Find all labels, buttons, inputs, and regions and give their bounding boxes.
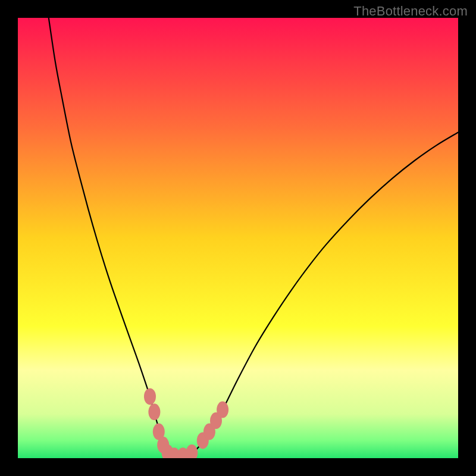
marker-point <box>148 403 160 420</box>
marker-point <box>217 402 228 418</box>
gradient-background <box>18 18 458 458</box>
chart-svg <box>18 18 458 458</box>
watermark-label: TheBottleneck.com <box>353 4 468 19</box>
chart-container: TheBottleneck.com <box>0 0 476 476</box>
plot-area <box>18 18 458 458</box>
marker-point <box>144 388 156 405</box>
